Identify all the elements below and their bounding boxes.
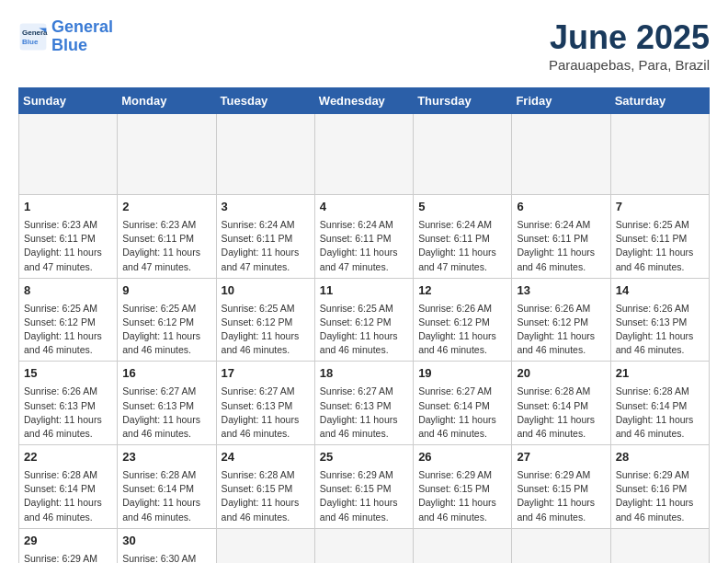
day-info: Sunrise: 6:27 AMSunset: 6:13 PMDaylight:… bbox=[122, 385, 210, 441]
day-number: 5 bbox=[418, 199, 506, 216]
calendar-day-cell: 13Sunrise: 6:26 AMSunset: 6:12 PMDayligh… bbox=[512, 278, 610, 362]
day-number: 28 bbox=[616, 449, 704, 466]
day-number: 9 bbox=[122, 282, 210, 300]
day-info: Sunrise: 6:25 AMSunset: 6:12 PMDaylight:… bbox=[24, 302, 112, 358]
calendar-day-cell: 16Sunrise: 6:27 AMSunset: 6:13 PMDayligh… bbox=[118, 362, 216, 445]
logo-name: GeneralBlue bbox=[51, 18, 113, 55]
day-number: 6 bbox=[517, 199, 605, 216]
calendar-week-row: 29Sunrise: 6:29 AMSunset: 6:16 PMDayligh… bbox=[19, 528, 710, 563]
calendar-day-cell: 25Sunrise: 6:29 AMSunset: 6:15 PMDayligh… bbox=[314, 445, 413, 529]
calendar-week-row: 22Sunrise: 6:28 AMSunset: 6:14 PMDayligh… bbox=[19, 445, 710, 529]
day-info: Sunrise: 6:26 AMSunset: 6:13 PMDaylight:… bbox=[616, 302, 704, 358]
day-info: Sunrise: 6:24 AMSunset: 6:11 PMDaylight:… bbox=[320, 218, 408, 274]
calendar-day-cell bbox=[414, 528, 512, 563]
calendar-week-row: 8Sunrise: 6:25 AMSunset: 6:12 PMDaylight… bbox=[19, 278, 710, 362]
calendar-day-cell: 28Sunrise: 6:29 AMSunset: 6:16 PMDayligh… bbox=[610, 445, 709, 529]
day-info: Sunrise: 6:27 AMSunset: 6:13 PMDaylight:… bbox=[320, 385, 408, 441]
day-info: Sunrise: 6:28 AMSunset: 6:14 PMDaylight:… bbox=[24, 468, 112, 524]
calendar-week-row bbox=[19, 114, 710, 195]
logo-text: GeneralBlue bbox=[51, 18, 113, 55]
logo: General Blue GeneralBlue bbox=[18, 18, 113, 55]
calendar-day-cell: 21Sunrise: 6:28 AMSunset: 6:14 PMDayligh… bbox=[610, 362, 709, 445]
calendar-day-cell bbox=[314, 114, 413, 195]
day-info: Sunrise: 6:25 AMSunset: 6:11 PMDaylight:… bbox=[616, 218, 704, 274]
day-info: Sunrise: 6:26 AMSunset: 6:12 PMDaylight:… bbox=[418, 302, 506, 358]
day-number: 14 bbox=[616, 282, 704, 300]
day-info: Sunrise: 6:26 AMSunset: 6:12 PMDaylight:… bbox=[517, 302, 605, 358]
day-info: Sunrise: 6:28 AMSunset: 6:14 PMDaylight:… bbox=[122, 468, 210, 524]
day-number: 20 bbox=[517, 365, 605, 383]
title-block: June 2025 Parauapebas, Para, Brazil bbox=[549, 18, 710, 73]
day-number: 2 bbox=[122, 199, 210, 216]
day-info: Sunrise: 6:24 AMSunset: 6:11 PMDaylight:… bbox=[418, 218, 506, 274]
calendar-day-cell bbox=[414, 114, 512, 195]
calendar-day-cell: 5Sunrise: 6:24 AMSunset: 6:11 PMDaylight… bbox=[414, 195, 512, 279]
day-number: 21 bbox=[616, 365, 704, 383]
calendar-day-cell: 12Sunrise: 6:26 AMSunset: 6:12 PMDayligh… bbox=[414, 278, 512, 362]
day-info: Sunrise: 6:25 AMSunset: 6:12 PMDaylight:… bbox=[320, 302, 408, 358]
location: Parauapebas, Para, Brazil bbox=[549, 57, 710, 73]
calendar-day-cell: 6Sunrise: 6:24 AMSunset: 6:11 PMDaylight… bbox=[512, 195, 610, 279]
calendar-day-cell: 27Sunrise: 6:29 AMSunset: 6:15 PMDayligh… bbox=[512, 445, 610, 529]
day-number: 4 bbox=[320, 199, 408, 216]
day-number: 7 bbox=[616, 199, 704, 216]
day-number: 1 bbox=[24, 199, 112, 216]
day-number: 13 bbox=[517, 282, 605, 300]
calendar-day-cell: 22Sunrise: 6:28 AMSunset: 6:14 PMDayligh… bbox=[19, 445, 118, 529]
calendar-day-cell bbox=[610, 528, 709, 563]
calendar-day-cell: 4Sunrise: 6:24 AMSunset: 6:11 PMDaylight… bbox=[314, 195, 413, 279]
day-info: Sunrise: 6:23 AMSunset: 6:11 PMDaylight:… bbox=[122, 218, 210, 274]
day-info: Sunrise: 6:29 AMSunset: 6:15 PMDaylight:… bbox=[320, 468, 408, 524]
day-number: 30 bbox=[122, 533, 210, 550]
weekday-header: Friday bbox=[512, 88, 610, 114]
day-info: Sunrise: 6:29 AMSunset: 6:16 PMDaylight:… bbox=[24, 552, 112, 563]
calendar-table: SundayMondayTuesdayWednesdayThursdayFrid… bbox=[18, 87, 710, 563]
day-number: 29 bbox=[24, 533, 112, 550]
calendar-day-cell bbox=[118, 114, 216, 195]
day-info: Sunrise: 6:26 AMSunset: 6:13 PMDaylight:… bbox=[24, 385, 112, 441]
day-info: Sunrise: 6:23 AMSunset: 6:11 PMDaylight:… bbox=[24, 218, 112, 274]
calendar-day-cell bbox=[314, 528, 413, 563]
calendar-day-cell: 3Sunrise: 6:24 AMSunset: 6:11 PMDaylight… bbox=[216, 195, 314, 279]
day-number: 19 bbox=[418, 365, 506, 383]
calendar-day-cell: 9Sunrise: 6:25 AMSunset: 6:12 PMDaylight… bbox=[118, 278, 216, 362]
day-number: 11 bbox=[320, 282, 408, 300]
day-info: Sunrise: 6:30 AMSunset: 6:16 PMDaylight:… bbox=[122, 552, 210, 563]
calendar-day-cell bbox=[19, 114, 118, 195]
day-number: 3 bbox=[222, 199, 310, 216]
svg-text:Blue: Blue bbox=[22, 38, 39, 46]
calendar-day-cell bbox=[216, 528, 314, 563]
day-info: Sunrise: 6:29 AMSunset: 6:15 PMDaylight:… bbox=[418, 468, 506, 524]
calendar-day-cell: 17Sunrise: 6:27 AMSunset: 6:13 PMDayligh… bbox=[216, 362, 314, 445]
day-number: 12 bbox=[418, 282, 506, 300]
calendar-day-cell: 7Sunrise: 6:25 AMSunset: 6:11 PMDaylight… bbox=[610, 195, 709, 279]
calendar-day-cell: 10Sunrise: 6:25 AMSunset: 6:12 PMDayligh… bbox=[216, 278, 314, 362]
day-info: Sunrise: 6:29 AMSunset: 6:16 PMDaylight:… bbox=[616, 468, 704, 524]
calendar-day-cell: 11Sunrise: 6:25 AMSunset: 6:12 PMDayligh… bbox=[314, 278, 413, 362]
calendar-day-cell: 1Sunrise: 6:23 AMSunset: 6:11 PMDaylight… bbox=[19, 195, 118, 279]
calendar-day-cell: 30Sunrise: 6:30 AMSunset: 6:16 PMDayligh… bbox=[118, 528, 216, 563]
logo-icon: General Blue bbox=[18, 22, 48, 52]
weekday-header: Monday bbox=[118, 88, 216, 114]
calendar-day-cell: 18Sunrise: 6:27 AMSunset: 6:13 PMDayligh… bbox=[314, 362, 413, 445]
day-number: 18 bbox=[320, 365, 408, 383]
calendar-header-row: SundayMondayTuesdayWednesdayThursdayFrid… bbox=[19, 88, 710, 114]
day-info: Sunrise: 6:25 AMSunset: 6:12 PMDaylight:… bbox=[122, 302, 210, 358]
month-title: June 2025 bbox=[549, 18, 710, 57]
day-number: 8 bbox=[24, 282, 112, 300]
calendar-day-cell: 26Sunrise: 6:29 AMSunset: 6:15 PMDayligh… bbox=[414, 445, 512, 529]
calendar-day-cell: 19Sunrise: 6:27 AMSunset: 6:14 PMDayligh… bbox=[414, 362, 512, 445]
day-number: 25 bbox=[320, 449, 408, 466]
day-info: Sunrise: 6:28 AMSunset: 6:14 PMDaylight:… bbox=[616, 385, 704, 441]
calendar-day-cell: 2Sunrise: 6:23 AMSunset: 6:11 PMDaylight… bbox=[118, 195, 216, 279]
day-number: 15 bbox=[24, 365, 112, 383]
calendar-day-cell: 8Sunrise: 6:25 AMSunset: 6:12 PMDaylight… bbox=[19, 278, 118, 362]
day-number: 24 bbox=[222, 449, 310, 466]
day-number: 22 bbox=[24, 449, 112, 466]
calendar-day-cell: 15Sunrise: 6:26 AMSunset: 6:13 PMDayligh… bbox=[19, 362, 118, 445]
calendar-day-cell: 14Sunrise: 6:26 AMSunset: 6:13 PMDayligh… bbox=[610, 278, 709, 362]
calendar-day-cell bbox=[610, 114, 709, 195]
day-info: Sunrise: 6:27 AMSunset: 6:14 PMDaylight:… bbox=[418, 385, 506, 441]
calendar-day-cell: 23Sunrise: 6:28 AMSunset: 6:14 PMDayligh… bbox=[118, 445, 216, 529]
day-info: Sunrise: 6:24 AMSunset: 6:11 PMDaylight:… bbox=[517, 218, 605, 274]
